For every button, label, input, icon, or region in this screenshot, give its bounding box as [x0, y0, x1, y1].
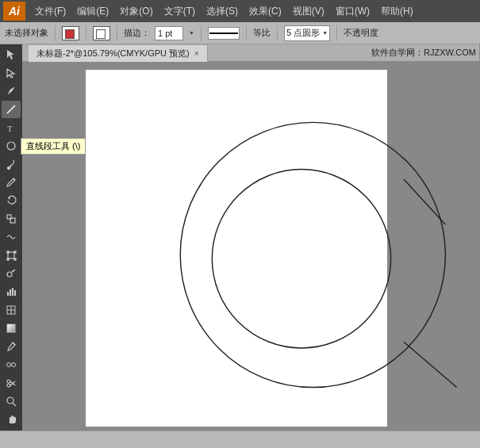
selection-tool[interactable] [2, 46, 21, 63]
svg-line-35 [13, 403, 16, 406]
stroke-label: 描边： [124, 27, 150, 39]
menu-edit[interactable]: 编辑(E) [72, 3, 113, 20]
separator [55, 25, 56, 41]
svg-point-5 [8, 167, 10, 170]
mesh-tool[interactable] [2, 301, 21, 319]
svg-rect-14 [14, 258, 16, 260]
svg-rect-21 [14, 290, 16, 296]
svg-marker-1 [7, 69, 14, 78]
svg-line-38 [404, 179, 446, 224]
point-select[interactable]: 5 点圆形 ▼ [284, 25, 330, 41]
separator3 [117, 25, 117, 41]
drawing-area[interactable] [22, 62, 480, 431]
stroke-preview[interactable] [208, 27, 240, 40]
tab-colormode-value: CMYK/GPU 预览 [120, 48, 186, 59]
main-area: T [0, 44, 480, 431]
app-logo: Ai [3, 2, 25, 21]
separator4 [201, 25, 202, 41]
menu-effect[interactable]: 效果(C) [244, 3, 286, 20]
titlebar: Ai 文件(F) 编辑(E) 对象(O) 文字(T) 选择(S) 效果(C) 视… [0, 0, 480, 22]
menu-select[interactable]: 选择(S) [202, 3, 243, 20]
svg-rect-20 [12, 288, 13, 296]
tab-active[interactable]: 未标题-2* @ 105.79% ( CMYK/GPU 预览 ) × [29, 44, 208, 62]
stroke-color-box[interactable] [62, 26, 79, 40]
opacity-label: 不透明度 [344, 27, 378, 39]
svg-rect-11 [7, 251, 9, 253]
type-tool[interactable]: T [2, 119, 21, 136]
menu-bar: 文件(F) 编辑(E) 对象(O) 文字(T) 选择(S) 效果(C) 视图(V… [30, 3, 418, 20]
svg-line-2 [7, 105, 15, 113]
svg-rect-12 [14, 251, 16, 253]
gradient-tool[interactable] [2, 320, 21, 337]
svg-point-31 [7, 384, 10, 387]
toolbar: T [0, 44, 22, 431]
svg-rect-25 [7, 324, 15, 332]
pen-tool[interactable] [2, 82, 21, 100]
svg-point-28 [12, 363, 16, 367]
line-segment-tool[interactable] [2, 101, 21, 118]
svg-marker-0 [7, 50, 14, 59]
svg-rect-19 [10, 289, 11, 296]
menu-file[interactable]: 文件(F) [30, 3, 71, 20]
svg-point-27 [7, 363, 11, 367]
stroke-line [209, 33, 238, 34]
svg-line-39 [404, 342, 457, 387]
point-label: 5 点圆形 [286, 27, 320, 39]
separator7 [336, 25, 337, 41]
blend-tool[interactable] [2, 356, 21, 373]
svg-marker-7 [8, 197, 10, 200]
tab-zoom: @ [74, 48, 83, 58]
svg-point-16 [12, 270, 13, 272]
pencil-tool[interactable] [2, 174, 21, 191]
no-selection-label: 未选择对象 [5, 27, 48, 39]
svg-rect-13 [7, 258, 9, 260]
svg-point-34 [7, 397, 13, 404]
separator5 [246, 25, 247, 41]
svg-point-30 [7, 380, 10, 383]
svg-point-37 [212, 170, 390, 348]
svg-point-4 [7, 142, 15, 150]
scale-tool[interactable] [2, 210, 21, 228]
menu-help[interactable]: 帮助(H) [376, 3, 418, 20]
statusbar [0, 431, 480, 448]
menu-type[interactable]: 文字(T) [159, 3, 200, 20]
svg-point-15 [7, 272, 12, 277]
svg-point-17 [13, 270, 15, 271]
stroke-unit-arrow[interactable]: ▼ [189, 30, 194, 36]
column-graph-tool[interactable] [2, 283, 21, 301]
canvas-tab: 未标题-2* @ 105.79% ( CMYK/GPU 预览 ) × 软件自学网… [22, 44, 480, 62]
menu-object[interactable]: 对象(O) [115, 3, 157, 20]
tab-colormode-close: ) [186, 48, 190, 58]
stroke-value-input[interactable]: 1 pt [155, 26, 183, 40]
rotate-tool[interactable] [2, 192, 21, 209]
canvas-area: 未标题-2* @ 105.79% ( CMYK/GPU 预览 ) × 软件自学网… [22, 44, 480, 431]
options-bar: 未选择对象 描边： 1 pt ▼ 等比 5 点圆形 ▼ 不透明度 [0, 22, 480, 44]
symbol-sprayer-tool[interactable] [2, 265, 21, 282]
free-transform-tool[interactable] [2, 247, 21, 264]
scissors-tool[interactable] [2, 374, 21, 392]
tab-zoom-value: 105.79% [83, 48, 117, 58]
paintbrush-tool[interactable] [2, 155, 21, 173]
direct-selection-tool[interactable] [2, 64, 21, 82]
separator6 [277, 25, 278, 41]
menu-view[interactable]: 视图(V) [288, 3, 329, 20]
svg-text:T: T [7, 124, 13, 133]
svg-line-26 [13, 343, 15, 345]
weight-label: 等比 [253, 27, 271, 39]
tab-close-button[interactable]: × [194, 49, 199, 58]
canvas-svg [22, 62, 480, 431]
tab-title: 未标题-2* [36, 48, 74, 59]
hand-tool[interactable] [2, 411, 21, 428]
fill-color-box[interactable] [93, 26, 110, 40]
point-arrow: ▼ [322, 30, 328, 36]
warp-tool[interactable] [2, 228, 21, 246]
separator2 [86, 25, 86, 41]
watermark: 软件自学网：RJZXW.COM [371, 47, 476, 59]
svg-rect-18 [7, 292, 9, 296]
eyedropper-tool[interactable] [2, 338, 21, 355]
zoom-tool[interactable] [2, 392, 21, 410]
ellipse-tool[interactable] [2, 137, 21, 155]
svg-line-6 [13, 178, 15, 180]
menu-window[interactable]: 窗口(W) [331, 3, 374, 20]
